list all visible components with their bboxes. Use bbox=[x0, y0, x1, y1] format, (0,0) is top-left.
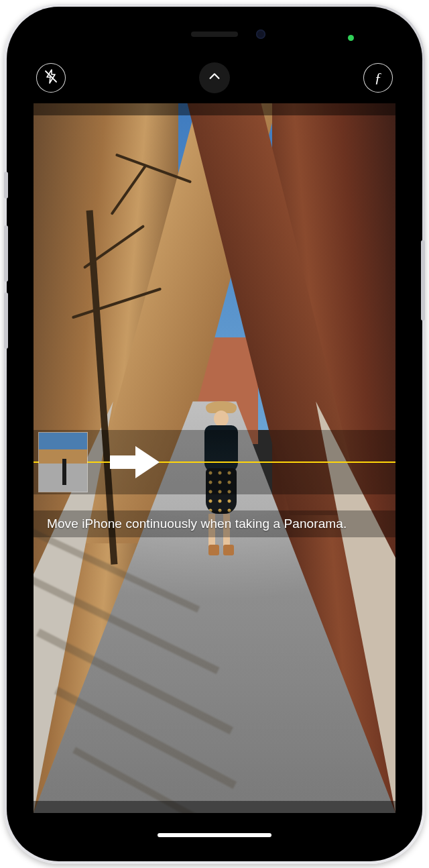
viewfinder-letterbox-top bbox=[34, 103, 395, 115]
panorama-instruction-text: Move iPhone continuously when taking a P… bbox=[47, 517, 347, 531]
volume-down-button bbox=[4, 292, 8, 349]
home-indicator[interactable] bbox=[158, 833, 271, 837]
volume-up-button bbox=[4, 225, 8, 282]
flash-off-icon bbox=[43, 68, 59, 87]
chevron-up-icon bbox=[207, 69, 222, 87]
panorama-guide-track[interactable] bbox=[34, 430, 395, 494]
f-stop-icon: ƒ bbox=[375, 69, 382, 87]
earpiece-speaker bbox=[191, 32, 238, 37]
silent-switch bbox=[4, 172, 8, 199]
side-button bbox=[421, 240, 425, 321]
device-frame: ƒ bbox=[4, 4, 425, 864]
privacy-indicator-icon bbox=[348, 35, 354, 41]
camera-top-controls: ƒ bbox=[21, 60, 408, 95]
panorama-direction-arrow-icon bbox=[109, 445, 161, 480]
viewfinder-letterbox-bottom bbox=[34, 801, 395, 813]
screen: ƒ bbox=[21, 21, 408, 847]
front-camera bbox=[256, 30, 265, 39]
flash-toggle-button[interactable] bbox=[36, 63, 66, 93]
panorama-instruction-bar: Move iPhone continuously when taking a P… bbox=[34, 510, 395, 537]
camera-viewfinder[interactable]: Move iPhone continuously when taking a P… bbox=[34, 103, 395, 813]
panorama-center-line bbox=[34, 462, 395, 463]
panorama-preview-thumbnail bbox=[39, 433, 87, 492]
notch bbox=[133, 21, 296, 47]
filters-button[interactable]: ƒ bbox=[363, 63, 393, 93]
camera-controls-expand-button[interactable] bbox=[199, 62, 230, 93]
